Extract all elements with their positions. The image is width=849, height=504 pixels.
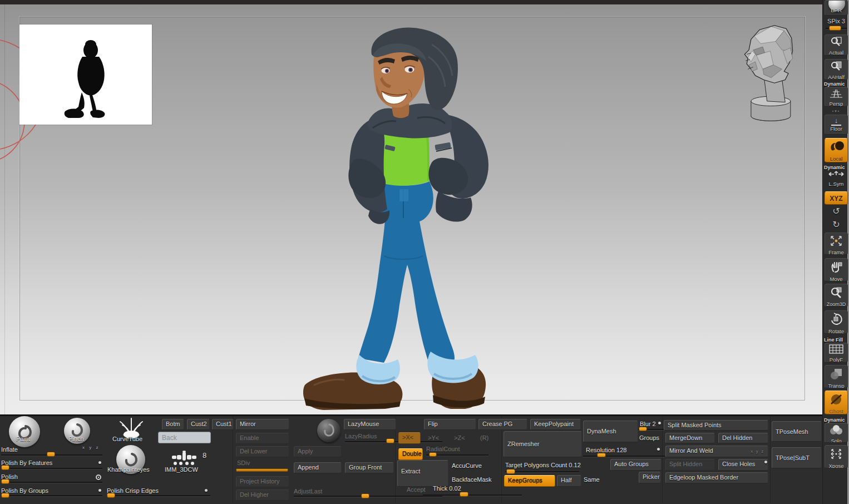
polish-radio[interactable]: [96, 475, 101, 480]
radial-count-handle[interactable]: [429, 452, 437, 457]
groups-button[interactable]: Groups: [639, 434, 659, 441]
mini-widget-icons: ▪▾▪: [828, 109, 845, 113]
mirror-r-button[interactable]: (R): [480, 434, 488, 441]
silhouette-thumbnail[interactable]: [19, 24, 152, 125]
lazymouse-button[interactable]: LazyMouse: [344, 419, 396, 430]
cust1-button[interactable]: Cust1: [212, 419, 234, 430]
blur-handle[interactable]: [639, 427, 647, 431]
polish-by-features-handle[interactable]: [1, 465, 9, 470]
mirror-and-weld-button[interactable]: Mirror And Weld x y z: [665, 446, 768, 457]
botm-button[interactable]: Botm: [162, 419, 184, 430]
thick-handle[interactable]: [460, 492, 468, 497]
merge-down-button[interactable]: MergeDown: [665, 433, 715, 443]
lsym-button[interactable]: L.Sym: [825, 170, 848, 187]
extract-button[interactable]: Extract: [397, 460, 448, 487]
curvetube-brush-icon[interactable]: [116, 416, 147, 438]
xpose-button[interactable]: Xpose: [825, 445, 848, 468]
backface-mask-button[interactable]: BackfaceMask: [452, 476, 492, 483]
polish-crisp-edges-handle[interactable]: [107, 493, 115, 498]
tpose-subt-button[interactable]: TPose|SubT: [772, 447, 822, 468]
half-button[interactable]: Half: [557, 475, 581, 487]
close-holes-dot[interactable]: [764, 461, 767, 463]
picker-button[interactable]: Picker: [639, 472, 661, 483]
paint-brush-icon[interactable]: [9, 416, 40, 447]
rotate-z-icon-button[interactable]: ↻: [825, 219, 848, 231]
keep-groups-button[interactable]: KeepGroups: [504, 475, 555, 487]
mirror-y-button[interactable]: >Y<: [428, 434, 439, 441]
mirror-x-button[interactable]: >X<: [398, 432, 421, 444]
mirror-button[interactable]: Mirror: [236, 419, 289, 430]
dynamesh-button[interactable]: DynaMesh: [583, 421, 638, 442]
apply-button[interactable]: Apply: [294, 446, 342, 457]
rotate-button[interactable]: Rotate: [825, 310, 848, 334]
close-holes-button[interactable]: Close Holes: [718, 459, 768, 471]
split-hidden-button[interactable]: Split Hidden: [665, 459, 715, 471]
del-hidden-button[interactable]: Del Hidden: [718, 433, 768, 443]
sdiv-slider-filled[interactable]: [236, 468, 288, 472]
local-button[interactable]: Local: [825, 138, 848, 162]
zremesher-button[interactable]: ZRemesher: [504, 431, 582, 457]
auto-groups-label: Auto Groups: [614, 461, 649, 467]
paint-swirl: [9, 416, 40, 447]
accu-curve-button[interactable]: AccuCurve: [452, 462, 482, 469]
zoom3d-button[interactable]: Zoom3D: [825, 284, 848, 307]
split-masked-points-label: Split Masked Points: [668, 422, 722, 428]
frame-button[interactable]: Frame: [825, 233, 848, 255]
adjust-last-handle[interactable]: [361, 493, 369, 498]
document-viewport[interactable]: [0, 4, 822, 414]
transp-button[interactable]: Transp: [825, 365, 848, 388]
resolution-handle[interactable]: [597, 453, 606, 457]
character-model[interactable]: [289, 22, 512, 416]
edgeloop-masked-border-button[interactable]: Edgeloop Masked Border: [665, 472, 768, 483]
actual-button[interactable]: Actual: [825, 34, 848, 56]
accept-button[interactable]: Accept: [407, 486, 426, 493]
xyz-button[interactable]: XYZ: [825, 191, 848, 205]
inflate-slider-handle[interactable]: [47, 452, 55, 457]
aahalf-button[interactable]: AAHalf: [825, 59, 848, 80]
botm-label: Botm: [166, 421, 180, 427]
same-button[interactable]: Same: [584, 476, 600, 483]
auto-groups-button[interactable]: Auto Groups: [610, 459, 662, 471]
enable-button[interactable]: Enable: [236, 433, 289, 444]
solo-button[interactable]: Solo: [825, 423, 848, 443]
move-button[interactable]: Move: [825, 258, 848, 281]
crease-pg-button[interactable]: Crease PG: [478, 419, 527, 430]
append-label: Append: [298, 464, 319, 471]
back-input[interactable]: [158, 432, 211, 443]
spix-handle[interactable]: [829, 26, 841, 31]
polish-by-groups-handle[interactable]: [1, 493, 9, 498]
zremesher-label: ZRemesher: [507, 441, 539, 447]
polish-by-groups-dot[interactable]: [98, 489, 101, 492]
keep-polypaint-button[interactable]: KeepPolypaint: [530, 419, 581, 430]
spix-slider[interactable]: SPix 3: [825, 18, 848, 32]
tpose-mesh-button[interactable]: TPoseMesh: [772, 421, 822, 442]
khatripainteyes-label: Khatripainteyes: [107, 466, 150, 473]
split-masked-points-button[interactable]: Split Masked Points: [664, 420, 768, 431]
append-button[interactable]: Append: [294, 462, 342, 473]
current-alpha-sphere-icon[interactable]: [317, 419, 340, 442]
del-lower-button[interactable]: Del Lower: [236, 446, 289, 457]
polish-by-features-dot[interactable]: [98, 461, 101, 464]
del-higher-button[interactable]: Del Higher: [236, 490, 289, 501]
imm-3dcw-icon[interactable]: [169, 451, 200, 467]
target-polygons-handle[interactable]: [506, 469, 515, 474]
polish-handle[interactable]: [1, 479, 9, 484]
head-reference-model[interactable]: [737, 18, 801, 129]
resolution-dot[interactable]: [657, 448, 660, 451]
group-front-button[interactable]: Group Front: [345, 462, 394, 473]
resolution-label: Resolution 128: [586, 447, 626, 453]
double-button[interactable]: Double: [398, 448, 423, 460]
floor-button[interactable]: ↓ Floor: [825, 115, 848, 135]
polish-crisp-edges-dot[interactable]: [205, 489, 208, 492]
polyf-button[interactable]: PolyF: [825, 343, 848, 363]
blur-dot[interactable]: [658, 422, 661, 424]
persp-button[interactable]: Persp: [825, 87, 848, 107]
cust2-button[interactable]: Cust2: [187, 419, 210, 430]
flip-button[interactable]: Flip: [424, 419, 476, 430]
lazyradius-handle[interactable]: [386, 438, 394, 443]
bpr-button[interactable]: BPR: [825, 0, 848, 16]
mirror-z-button[interactable]: >Z<: [454, 434, 465, 441]
ghost-button[interactable]: Ghost: [825, 391, 848, 414]
project-history-button[interactable]: Project History: [236, 476, 289, 487]
rotate-y-icon-button[interactable]: ↺: [825, 206, 848, 218]
